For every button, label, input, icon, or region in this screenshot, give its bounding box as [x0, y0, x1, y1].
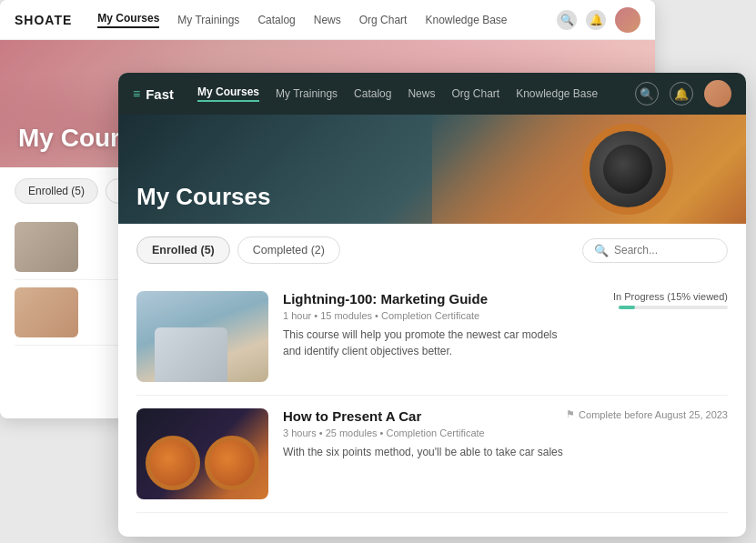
- front-nav-my-courses[interactable]: My Courses: [197, 85, 259, 102]
- back-course-1-thumb: [15, 222, 78, 272]
- front-course-1-progress-bar: [619, 306, 728, 309]
- front-course-2-deadline: ⚑ Complete before August 25, 2023: [566, 408, 728, 420]
- front-course-1-header: Lightning-100: Marketing Guide 1 hour • …: [283, 291, 728, 327]
- back-nav-catalog[interactable]: Catalog: [257, 14, 295, 26]
- bell-icon[interactable]: 🔔: [586, 10, 606, 30]
- front-tabs-row: Enrolled (5) Completed (2) 🔍: [136, 236, 728, 264]
- deadline-text: Complete before August 25, 2023: [579, 409, 728, 420]
- front-course-2-meta: 3 hours • 25 modules • Completion Certif…: [283, 427, 485, 438]
- front-course-1-progress-wrap: In Progress (15% viewed): [613, 291, 728, 309]
- front-course-1-title-wrap: Lightning-100: Marketing Guide 1 hour • …: [283, 291, 488, 327]
- front-course-1-fill: [619, 306, 635, 309]
- front-course-2-info: How to Present A Car 3 hours • 25 module…: [283, 408, 728, 499]
- front-nav: ≡ Fast My Courses My Trainings Catalog N…: [118, 73, 746, 115]
- back-nav-my-trainings[interactable]: My Trainings: [177, 14, 239, 26]
- front-search-box: 🔍: [582, 238, 728, 263]
- back-course-2-thumb: [15, 287, 78, 337]
- front-logo: ≡ Fast: [133, 86, 174, 102]
- back-nav-news[interactable]: News: [314, 14, 341, 26]
- fast-logo-icon: ≡: [133, 86, 140, 101]
- front-course-2-title: How to Present A Car: [283, 408, 485, 424]
- front-course-1-info: Lightning-100: Marketing Guide 1 hour • …: [283, 291, 728, 382]
- front-course-2[interactable]: How to Present A Car 3 hours • 25 module…: [136, 396, 728, 513]
- front-avatar[interactable]: [704, 80, 731, 107]
- front-course-1[interactable]: Lightning-100: Marketing Guide 1 hour • …: [136, 278, 728, 396]
- fast-logo-text: Fast: [146, 86, 174, 102]
- front-course-1-title: Lightning-100: Marketing Guide: [283, 291, 488, 307]
- front-search-icon[interactable]: 🔍: [635, 82, 659, 106]
- back-nav-icons: 🔍 🔔: [557, 7, 640, 33]
- front-hero-title: My Courses: [136, 183, 270, 211]
- front-nav-my-trainings[interactable]: My Trainings: [276, 87, 338, 100]
- front-nav-org-chart[interactable]: Org Chart: [451, 87, 499, 100]
- front-hero-wheel: [582, 124, 673, 215]
- search-icon[interactable]: 🔍: [557, 10, 577, 30]
- front-course-2-header: How to Present A Car 3 hours • 25 module…: [283, 408, 728, 444]
- back-nav: SHOATE My Courses My Trainings Catalog N…: [0, 0, 655, 40]
- front-bell-icon[interactable]: 🔔: [670, 82, 693, 106]
- front-card: ≡ Fast My Courses My Trainings Catalog N…: [118, 73, 746, 537]
- back-logo: SHOATE: [15, 13, 72, 27]
- back-nav-knowledge-base[interactable]: Knowledge Base: [425, 14, 507, 26]
- back-tab-enrolled[interactable]: Enrolled (5): [15, 178, 98, 204]
- front-nav-catalog[interactable]: Catalog: [354, 87, 391, 100]
- front-search-icon-glyph: 🔍: [594, 244, 609, 257]
- back-nav-my-courses[interactable]: My Courses: [97, 12, 159, 28]
- front-nav-icons: 🔍 🔔: [635, 80, 731, 107]
- front-content: Enrolled (5) Completed (2) 🔍 Lightning-1…: [118, 224, 746, 526]
- flag-icon: ⚑: [566, 408, 575, 420]
- back-avatar[interactable]: [615, 7, 640, 33]
- front-course-1-progress-badge: In Progress (15% viewed): [613, 291, 728, 302]
- front-course-1-desc: This course will help you promote the ne…: [283, 327, 728, 359]
- front-search-input[interactable]: [614, 244, 714, 256]
- front-nav-knowledge-base[interactable]: Knowledge Base: [516, 87, 598, 100]
- front-hero: My Courses: [118, 115, 746, 224]
- front-course-2-thumb: [136, 408, 268, 499]
- front-nav-news[interactable]: News: [408, 87, 435, 100]
- front-course-1-meta: 1 hour • 15 modules • Completion Certifi…: [283, 310, 488, 321]
- back-nav-org-chart[interactable]: Org Chart: [359, 14, 408, 26]
- front-tab-completed[interactable]: Completed (2): [237, 236, 340, 264]
- front-course-2-title-wrap: How to Present A Car 3 hours • 25 module…: [283, 408, 485, 444]
- front-tab-enrolled[interactable]: Enrolled (5): [136, 236, 230, 264]
- front-course-2-desc: With the six points method, you'll be ab…: [283, 444, 728, 460]
- front-course-1-thumb: [136, 291, 268, 382]
